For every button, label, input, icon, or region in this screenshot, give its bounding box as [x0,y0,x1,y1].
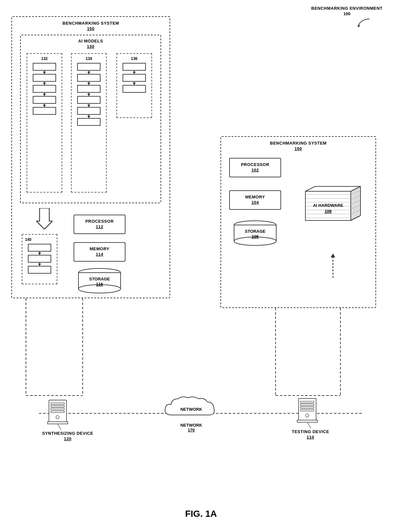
chain-136 [120,63,149,93]
synthesizing-device-label: SYNTHESIZING DEVICE 120 [42,431,93,442]
right-benchmarking-label: BENCHMARKING SYSTEM 150 [221,141,375,152]
svg-marker-14 [351,186,361,220]
synthesizing-device-icon [42,399,75,431]
svg-rect-49 [301,404,314,406]
svg-text:108: 108 [325,209,332,214]
svg-text:STORAGE: STORAGE [245,229,266,234]
svg-rect-50 [301,407,314,408]
svg-text:AI HARDWARE: AI HARDWARE [313,203,343,208]
left-benchmarking-label: BENCHMARKING SYSTEM 150 [12,21,170,32]
testing-device: TESTING DEVICE 110 [292,397,329,440]
diagram-container: BENCHMARKING ENVIRONMENT 100 BENCHMARKIN… [0,0,402,532]
storage-106-cylinder: STORAGE 106 [229,220,281,246]
svg-rect-53 [297,420,318,422]
testing-device-icon [292,397,324,430]
svg-rect-46 [48,422,68,424]
testing-device-label: TESTING DEVICE 110 [292,429,329,440]
svg-point-45 [56,416,59,419]
env-arrow-icon [357,18,373,28]
processor-102-box: PROCESSOR 102 [229,158,281,177]
memory-114-box: MEMORY 114 [74,242,125,262]
svg-text:106: 106 [252,234,259,239]
network-number: 170 [162,428,220,432]
left-benchmarking-system-box: BENCHMARKING SYSTEM 150 AI MODELS 130 13… [11,16,170,298]
svg-rect-44 [51,411,65,413]
processor-112-box: PROCESSOR 112 [74,215,125,234]
memory-104-box: MEMORY 104 [229,190,281,210]
svg-point-52 [306,414,309,417]
ai-hardware-arrow-icon [328,254,338,279]
chain-140 [25,244,54,274]
ai-hardware-108-box: AI HARDWARE 108 [304,185,365,227]
svg-rect-51 [301,409,314,411]
svg-text:NETWORK: NETWORK [180,407,202,412]
chain-132 [30,63,59,115]
model-136-box: 136 [116,53,152,118]
model-134-box: 134 [71,53,107,193]
network-label: NETWORK [162,423,220,428]
model-132-box: 132 [27,53,62,193]
hollow-arrow-icon [36,208,53,231]
svg-rect-43 [51,408,65,410]
env-label: BENCHMARKING ENVIRONMENT 100 [311,6,383,16]
chain-134 [74,63,103,126]
figure-label: FIG. 1A [0,509,402,519]
model-140-box: 140 [22,234,57,284]
network-cloud: NETWORK NETWORK 170 [162,394,220,423]
svg-marker-31 [331,254,335,257]
svg-rect-41 [51,403,65,405]
ai-models-box: AI MODELS 130 132 [20,35,161,203]
svg-text:STORAGE: STORAGE [89,277,110,281]
svg-rect-42 [51,406,65,407]
svg-marker-1 [36,208,53,229]
ai-models-label: AI MODELS 130 [21,39,160,50]
synthesizing-device: SYNTHESIZING DEVICE 120 [42,399,93,442]
svg-rect-48 [301,401,314,403]
